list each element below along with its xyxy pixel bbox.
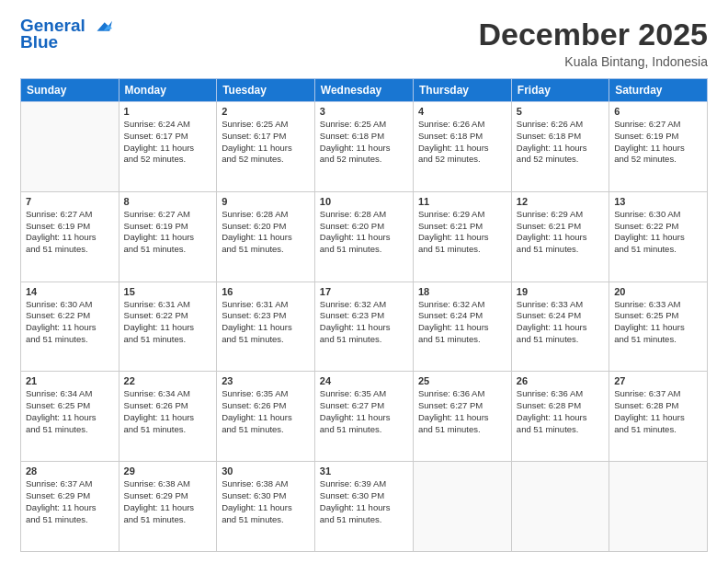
sunset-text: Sunset: 6:28 PM: [614, 400, 678, 410]
sunset-text: Sunset: 6:21 PM: [517, 221, 581, 231]
calendar-cell: 14Sunrise: 6:30 AMSunset: 6:22 PMDayligh…: [21, 282, 119, 372]
calendar-cell: [609, 462, 708, 552]
calendar-cell: 21Sunrise: 6:34 AMSunset: 6:25 PMDayligh…: [21, 372, 119, 462]
sunset-text: Sunset: 6:29 PM: [124, 490, 188, 500]
day-number: 3: [320, 106, 408, 117]
calendar-cell: 19Sunrise: 6:33 AMSunset: 6:24 PMDayligh…: [511, 282, 609, 372]
day-number: 15: [124, 286, 212, 297]
cell-details: Sunrise: 6:26 AMSunset: 6:18 PMDaylight:…: [418, 119, 506, 166]
sunset-text: Sunset: 6:18 PM: [517, 131, 581, 141]
calendar-cell: [511, 462, 609, 552]
sunset-text: Sunset: 6:19 PM: [614, 131, 678, 141]
daylight-text-cont: and 51 minutes.: [124, 424, 187, 434]
sunrise-text: Sunrise: 6:33 AM: [517, 299, 583, 309]
daylight-text: Daylight: 11 hours: [320, 502, 391, 512]
day-number: 28: [26, 465, 114, 477]
cell-details: Sunrise: 6:26 AMSunset: 6:18 PMDaylight:…: [517, 119, 604, 166]
daylight-text-cont: and 52 minutes.: [418, 154, 481, 164]
calendar-cell: 7Sunrise: 6:27 AMSunset: 6:19 PMDaylight…: [21, 191, 119, 282]
cell-details: Sunrise: 6:27 AMSunset: 6:19 PMDaylight:…: [614, 119, 702, 166]
day-of-week-header: Friday: [511, 79, 609, 102]
day-number: 26: [517, 375, 604, 386]
page-header: General Blue December 2025 Kuala Bintang…: [20, 17, 708, 69]
daylight-text-cont: and 51 minutes.: [614, 424, 677, 434]
daylight-text: Daylight: 11 hours: [222, 412, 292, 422]
sunrise-text: Sunrise: 6:27 AM: [124, 209, 190, 219]
calendar-cell: 26Sunrise: 6:36 AMSunset: 6:28 PMDayligh…: [511, 372, 609, 462]
sunset-text: Sunset: 6:20 PM: [222, 221, 286, 231]
cell-details: Sunrise: 6:24 AMSunset: 6:17 PMDaylight:…: [124, 119, 212, 166]
sunset-text: Sunset: 6:23 PM: [320, 310, 384, 320]
daylight-text-cont: and 51 minutes.: [320, 514, 382, 524]
day-number: 2: [222, 106, 310, 117]
cell-details: Sunrise: 6:37 AMSunset: 6:29 PMDaylight:…: [26, 478, 114, 525]
day-number: 8: [124, 196, 212, 207]
daylight-text: Daylight: 11 hours: [124, 232, 195, 242]
daylight-text-cont: and 52 minutes.: [320, 154, 382, 164]
day-of-week-header: Tuesday: [217, 79, 315, 102]
sunset-text: Sunset: 6:22 PM: [26, 310, 90, 320]
day-of-week-header: Saturday: [609, 79, 708, 102]
daylight-text-cont: and 51 minutes.: [614, 334, 677, 344]
sunrise-text: Sunrise: 6:30 AM: [614, 209, 680, 219]
daylight-text-cont: and 51 minutes.: [222, 424, 284, 434]
sunrise-text: Sunrise: 6:34 AM: [124, 388, 190, 398]
day-number: 10: [320, 196, 408, 207]
daylight-text: Daylight: 11 hours: [222, 143, 292, 153]
day-number: 1: [124, 106, 212, 117]
calendar-cell: 16Sunrise: 6:31 AMSunset: 6:23 PMDayligh…: [217, 282, 315, 372]
sunrise-text: Sunrise: 6:30 AM: [26, 299, 92, 309]
calendar-cell: 6Sunrise: 6:27 AMSunset: 6:19 PMDaylight…: [609, 102, 708, 192]
day-of-week-header: Thursday: [414, 79, 512, 102]
sunset-text: Sunset: 6:30 PM: [320, 490, 384, 500]
sunrise-text: Sunrise: 6:37 AM: [26, 478, 92, 488]
sunrise-text: Sunrise: 6:27 AM: [614, 119, 680, 129]
cell-details: Sunrise: 6:38 AMSunset: 6:29 PMDaylight:…: [124, 478, 212, 525]
day-of-week-header: Monday: [119, 79, 217, 102]
daylight-text: Daylight: 11 hours: [418, 143, 489, 153]
cell-details: Sunrise: 6:32 AMSunset: 6:23 PMDaylight:…: [320, 299, 408, 346]
daylight-text-cont: and 52 minutes.: [222, 154, 284, 164]
sunrise-text: Sunrise: 6:29 AM: [517, 209, 583, 219]
sunrise-text: Sunrise: 6:35 AM: [320, 388, 386, 398]
sunset-text: Sunset: 6:17 PM: [124, 131, 188, 141]
daylight-text-cont: and 51 minutes.: [26, 334, 88, 344]
sunrise-text: Sunrise: 6:32 AM: [418, 299, 484, 309]
calendar-cell: 28Sunrise: 6:37 AMSunset: 6:29 PMDayligh…: [21, 462, 119, 552]
daylight-text-cont: and 51 minutes.: [124, 334, 187, 344]
calendar-table: SundayMondayTuesdayWednesdayThursdayFrid…: [20, 78, 708, 552]
daylight-text-cont: and 51 minutes.: [320, 244, 382, 254]
daylight-text: Daylight: 11 hours: [124, 143, 195, 153]
sunrise-text: Sunrise: 6:27 AM: [26, 209, 92, 219]
calendar-cell: 20Sunrise: 6:33 AMSunset: 6:25 PMDayligh…: [609, 282, 708, 372]
day-number: 7: [26, 196, 114, 207]
day-number: 16: [222, 286, 310, 297]
calendar-cell: 5Sunrise: 6:26 AMSunset: 6:18 PMDaylight…: [511, 102, 609, 192]
calendar-cell: 1Sunrise: 6:24 AMSunset: 6:17 PMDaylight…: [119, 102, 217, 192]
calendar-cell: 2Sunrise: 6:25 AMSunset: 6:17 PMDaylight…: [217, 102, 315, 192]
sunset-text: Sunset: 6:23 PM: [222, 310, 286, 320]
day-number: 23: [222, 375, 310, 386]
cell-details: Sunrise: 6:38 AMSunset: 6:30 PMDaylight:…: [222, 478, 310, 525]
sunset-text: Sunset: 6:19 PM: [124, 221, 188, 231]
day-of-week-header: Sunday: [21, 79, 119, 102]
sunrise-text: Sunrise: 6:34 AM: [26, 388, 92, 398]
sunset-text: Sunset: 6:22 PM: [614, 221, 678, 231]
daylight-text-cont: and 52 minutes.: [614, 154, 677, 164]
daylight-text: Daylight: 11 hours: [517, 143, 587, 153]
daylight-text: Daylight: 11 hours: [320, 143, 391, 153]
cell-details: Sunrise: 6:25 AMSunset: 6:17 PMDaylight:…: [222, 119, 310, 166]
logo-bird-icon: [92, 19, 112, 34]
day-number: 21: [26, 375, 114, 386]
cell-details: Sunrise: 6:36 AMSunset: 6:27 PMDaylight:…: [418, 388, 506, 435]
sunrise-text: Sunrise: 6:31 AM: [124, 299, 190, 309]
daylight-text-cont: and 51 minutes.: [26, 244, 88, 254]
day-number: 27: [614, 375, 702, 386]
sunrise-text: Sunrise: 6:26 AM: [517, 119, 583, 129]
sunset-text: Sunset: 6:27 PM: [418, 400, 483, 410]
daylight-text: Daylight: 11 hours: [517, 412, 587, 422]
calendar-cell: 8Sunrise: 6:27 AMSunset: 6:19 PMDaylight…: [119, 191, 217, 282]
sunset-text: Sunset: 6:25 PM: [26, 400, 90, 410]
cell-details: Sunrise: 6:35 AMSunset: 6:26 PMDaylight:…: [222, 388, 310, 435]
cell-details: Sunrise: 6:30 AMSunset: 6:22 PMDaylight:…: [26, 299, 114, 346]
